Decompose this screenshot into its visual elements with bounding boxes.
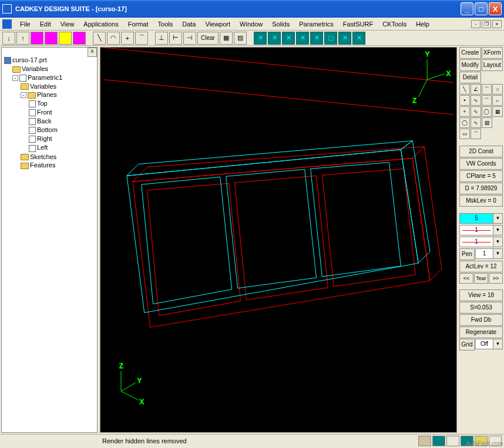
next-button[interactable]: >> xyxy=(489,273,503,284)
dim3-icon[interactable]: ⊣ xyxy=(183,32,196,45)
tree-plane-bottom[interactable]: Bottom xyxy=(4,126,95,134)
tool-point-icon[interactable]: • xyxy=(459,95,470,106)
tool-bezier-icon[interactable]: ∿ xyxy=(471,95,481,106)
status-btn3[interactable] xyxy=(446,436,459,446)
tree-sketches[interactable]: Sketches xyxy=(4,153,95,161)
minimize-button[interactable]: _ xyxy=(461,2,473,15)
snap6-icon[interactable]: ▢ xyxy=(324,32,337,45)
tear-button[interactable]: Tear xyxy=(474,273,488,284)
fwddb-button[interactable]: Fwd Db xyxy=(459,314,503,326)
linetype1-combo[interactable]: 1▼ xyxy=(459,225,503,235)
menu-tools[interactable]: Tools xyxy=(153,19,178,29)
menu-solids[interactable]: Solids xyxy=(267,19,294,29)
tool-curve-icon[interactable]: ⌒ xyxy=(482,84,492,95)
snap1-icon[interactable]: ✕ xyxy=(254,32,267,45)
tree-features[interactable]: Features xyxy=(4,161,95,170)
arrow-down-icon[interactable]: ↓ xyxy=(2,32,15,45)
tool-wave-icon[interactable]: ∿ xyxy=(471,117,481,128)
tool1-icon[interactable]: ▦ xyxy=(220,32,233,45)
menu-data[interactable]: Data xyxy=(177,19,200,29)
scale-button[interactable]: S=0.053 xyxy=(459,302,503,314)
box-magenta-3-icon[interactable] xyxy=(73,32,86,45)
xform-button[interactable]: XForm xyxy=(482,47,503,59)
menu-file[interactable]: File xyxy=(15,19,35,29)
box-magenta-2-icon[interactable] xyxy=(45,32,58,45)
status-btn1[interactable] xyxy=(418,436,431,446)
maximize-button[interactable]: □ xyxy=(475,2,488,15)
prev-button[interactable]: << xyxy=(459,273,473,284)
tool-line-icon[interactable]: ╲ xyxy=(459,84,470,95)
snap2-icon[interactable]: ✕ xyxy=(268,32,281,45)
tool-spline-icon[interactable]: ∿ xyxy=(471,106,481,117)
tree-plane-top[interactable]: Top xyxy=(4,99,95,108)
snap8-icon[interactable]: ✕ xyxy=(352,32,365,45)
snap3-icon[interactable]: ✕ xyxy=(282,32,295,45)
grid-combo[interactable]: Off▼ xyxy=(475,339,503,349)
menu-cktools[interactable]: CKTools xyxy=(378,19,411,29)
pen-combo[interactable]: 1▼ xyxy=(475,248,503,259)
snap4-icon[interactable]: ✕ xyxy=(296,32,309,45)
const2d-button[interactable]: 2D Const xyxy=(459,146,503,157)
tree-plane-back[interactable]: Back xyxy=(4,117,95,126)
tool-angle-icon[interactable]: ∠ xyxy=(471,84,481,95)
menu-view[interactable]: View xyxy=(56,19,79,29)
menu-applications[interactable]: Applications xyxy=(79,19,123,29)
dim1-icon[interactable]: ⊥ xyxy=(155,32,168,45)
tree-plane-left[interactable]: Left xyxy=(4,143,95,152)
detail-button[interactable]: Detail xyxy=(459,72,481,83)
actlev-button[interactable]: ActLev = 12 xyxy=(459,261,503,272)
line-icon[interactable]: ╲ xyxy=(93,32,106,45)
doc-restore-button[interactable]: ❐ xyxy=(482,20,491,28)
menu-fastsurf[interactable]: FastSURF xyxy=(338,19,378,29)
tool-cross-icon[interactable]: + xyxy=(459,106,470,117)
box-yellow-icon[interactable] xyxy=(59,32,72,45)
viewport-3d[interactable]: Y X Z Z X Y xyxy=(100,47,457,433)
tool-hatch-icon[interactable]: ▨ xyxy=(482,117,492,128)
cplane-button[interactable]: CPlane = 5 xyxy=(459,170,503,182)
tool-fillet-icon[interactable]: ⌐ xyxy=(492,95,503,106)
menu-parametrics[interactable]: Parametrics xyxy=(294,19,338,29)
close-button[interactable]: X xyxy=(489,2,502,15)
tree-root[interactable]: curso-17.prt xyxy=(4,56,95,65)
tool2-icon[interactable]: ▨ xyxy=(234,32,247,45)
panel-close-button[interactable]: × xyxy=(88,48,97,57)
menu-help[interactable]: Help xyxy=(411,19,434,29)
box-magenta-1-icon[interactable] xyxy=(31,32,43,45)
dim2-icon[interactable]: ⊢ xyxy=(169,32,182,45)
tree-plane-right[interactable]: Right xyxy=(4,134,95,143)
tree-planes[interactable]: -Planes xyxy=(4,90,95,99)
menu-format[interactable]: Format xyxy=(123,19,153,29)
menu-window[interactable]: Window xyxy=(235,19,267,29)
tree-param-vars[interactable]: Variables xyxy=(4,82,95,91)
arrow-up-icon[interactable]: ↑ xyxy=(16,32,29,45)
arc-icon[interactable]: ◠ xyxy=(107,32,120,45)
layout-button[interactable]: Layout xyxy=(482,59,503,71)
menu-viewport[interactable]: Viewport xyxy=(200,19,235,29)
msklev-button[interactable]: MskLev = 0 xyxy=(459,195,503,207)
tool-arc3-icon[interactable]: ⌒ xyxy=(471,129,481,139)
snap5-icon[interactable]: ✕ xyxy=(310,32,323,45)
create-button[interactable]: Create xyxy=(459,47,481,59)
snap7-icon[interactable]: ✕ xyxy=(338,32,351,45)
curve-icon[interactable]: ⌒ xyxy=(135,32,148,45)
clear-button[interactable]: Clear xyxy=(197,32,219,45)
tool-rect-icon[interactable]: ▭ xyxy=(459,129,470,139)
cross-icon[interactable]: + xyxy=(121,32,134,45)
status-btn2[interactable] xyxy=(432,436,445,446)
tree-parametric[interactable]: -Parametric1 xyxy=(4,73,95,82)
regenerate-button[interactable]: Regenerate xyxy=(459,326,503,338)
tree-variables[interactable]: Variables xyxy=(4,65,95,73)
modify-button[interactable]: Modify xyxy=(459,59,481,71)
doc-minimize-button[interactable]: - xyxy=(471,20,481,28)
tool-arc2-icon[interactable]: ⌒ xyxy=(482,95,492,106)
tool-grid-icon[interactable]: ▦ xyxy=(492,106,503,117)
tool-oval-icon[interactable]: ◯ xyxy=(459,117,470,128)
tree-plane-front[interactable]: Front xyxy=(4,108,95,117)
linetype2-combo[interactable]: 1▼ xyxy=(459,237,503,247)
menu-edit[interactable]: Edit xyxy=(35,19,56,29)
vwcoords-button[interactable]: VW Coords xyxy=(459,158,503,170)
doc-close-button[interactable]: × xyxy=(492,20,502,28)
tool-ellipse-icon[interactable]: ◯ xyxy=(482,106,492,117)
color-combo[interactable]: 5▼ xyxy=(459,213,503,224)
tool-circle-icon[interactable]: ○ xyxy=(492,84,503,95)
